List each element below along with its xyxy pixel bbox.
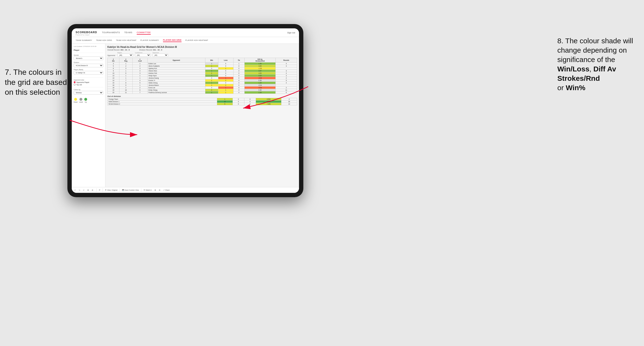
- app-navbar: SCOREBOARD Powered by clippd TOURNAMENTS…: [72, 28, 299, 37]
- toolbar-divider-2: [102, 188, 103, 192]
- opponent-label: Opponent: [153, 52, 168, 53]
- nav-tournaments[interactable]: TOURNAMENTS: [102, 31, 120, 35]
- sub-nav-player-h2h-heatmap[interactable]: PLAYER H2H HEATMAP: [186, 39, 208, 42]
- division-select[interactable]: NCAA Division III: [74, 64, 103, 67]
- share-icon: ↗: [163, 189, 165, 191]
- undo-button[interactable]: ↩: [74, 189, 76, 191]
- sub-navbar: TEAM SUMMARY TEAM H2H GRID TEAM H2H HEAT…: [72, 37, 299, 44]
- panel-timestamp: Last Updated: 27/03/2024 16:55:38: [74, 46, 103, 47]
- col-diff: Diff AvStrokes/Rnd: [244, 58, 276, 62]
- table-body: 3 1 1 Esther Lee 1 0 1 1.50 4 5 2 2 Alex…: [108, 62, 297, 94]
- table-row: 19 10 6 Emily Chang 4 1 0 0.30 11: [108, 89, 297, 91]
- table-row: 20 11 7 Federica Domecq Lacroze 2 1 0 1.…: [108, 91, 297, 94]
- conference-filter: Conference (All): [135, 52, 151, 57]
- legend-down-dot: [74, 98, 77, 101]
- nav-items: TOURNAMENTS TEAMS COMMITTEE: [102, 31, 287, 35]
- tablet-shell: SCOREBOARD Powered by clippd TOURNAMENTS…: [68, 24, 303, 197]
- table-row: 15 8 5 Stella Cheng 1 0 0 1.25 4: [108, 82, 297, 84]
- table-row: 6 3 3 Sydney Kuo 0 1 0 -1.00: [108, 67, 297, 70]
- opponent-filter: Opponent (All): [153, 52, 168, 57]
- opponent-select[interactable]: (All): [153, 54, 168, 57]
- gender-label: Gender: [74, 54, 103, 56]
- table-row: 9 1 4 Sharon Mun 1 0 0 3.67 3: [108, 70, 297, 72]
- panel-player-title: Player: [74, 49, 103, 51]
- left-panel: Last Updated: 27/03/2024 16:55:38 Player…: [72, 44, 106, 187]
- table-row: 13 1 1 Heejo Hyun 1 0 0 3.33 3: [108, 75, 297, 77]
- sub-nav-team-h2h-heatmap[interactable]: TEAM H2H HEATMAP: [116, 39, 136, 42]
- region-select[interactable]: (All): [118, 54, 133, 57]
- bottom-toolbar: ↩ ↪ ↩ ⊞ ⊕ · ⏱ 👁 View: Original 💾 Save Cu…: [72, 187, 299, 193]
- opponents-label: Opponents:: [107, 55, 116, 56]
- legend-up-dot: [84, 98, 87, 101]
- main-content: Last Updated: 27/03/2024 16:55:38 Player…: [72, 44, 299, 187]
- col-reg: #Reg: [119, 58, 132, 62]
- legend-row: Down Level Up: [74, 98, 103, 103]
- sub-nav-team-summary[interactable]: TEAM SUMMARY: [76, 39, 92, 42]
- col-rounds: Rounds: [276, 58, 297, 62]
- save-icon: 💾: [122, 189, 124, 191]
- col-div: #Div: [108, 58, 120, 62]
- table-row: 5 2 2 Alexis Sudjianto 1 0 0 4.00 3: [108, 65, 297, 67]
- layout-button[interactable]: ⊞: [154, 189, 157, 191]
- legend-down-label: Down: [74, 101, 78, 103]
- table-row: 3 1 1 Esther Lee 1 0 1 1.50 4: [108, 62, 297, 65]
- sub-nav-player-summary[interactable]: PLAYER SUMMARY: [140, 39, 159, 42]
- redo-button[interactable]: ↪: [78, 189, 81, 191]
- col-conf: #Conf: [132, 58, 147, 62]
- legend-up: Up: [84, 98, 87, 103]
- watch-button[interactable]: 👁 Watch ▾: [143, 189, 152, 191]
- toolbar-divider-3: [120, 188, 120, 192]
- table-row: 10 6 3 Andrea York 2 0 0 4.00 4: [108, 72, 297, 75]
- clock-button[interactable]: ⏱: [98, 189, 101, 191]
- table-row: 13 1 1 Jessica Huang 0 1 0 -3.00 2: [108, 77, 297, 79]
- annotation-left: 7. The colours in the grid are based on …: [5, 67, 67, 97]
- watch-icon: 👁: [144, 189, 145, 191]
- region-label: Region: [118, 52, 133, 53]
- toolbar-divider-4: [141, 188, 141, 192]
- grid-records: Overall Record: 353 - 34 - 6 Division Re…: [107, 49, 297, 51]
- table-row: 18 2 2 Euna Lee 0 1 0 -5.00 2: [108, 87, 297, 89]
- redo2-button[interactable]: ↩: [82, 189, 85, 191]
- radio-top100[interactable]: Top 100: [74, 84, 103, 86]
- share-button[interactable]: ↗ Share: [162, 189, 170, 191]
- nav-teams[interactable]: TEAMS: [124, 31, 132, 35]
- app-logo: SCOREBOARD Powered by clippd: [76, 30, 102, 36]
- sub-nav-team-h2h-grid[interactable]: TEAM H2H GRID: [96, 39, 112, 42]
- legend-down: Down: [74, 98, 78, 103]
- grid-button[interactable]: ⊟: [158, 189, 161, 191]
- save-custom-view-button[interactable]: 💾 Save Custom View: [121, 189, 140, 191]
- colour-by-label: Colour by: [74, 89, 103, 90]
- legend-level-dot: [80, 98, 82, 101]
- table-row: 14 7 4 Eunice Yi 2 2 0 0.38 9: [108, 79, 297, 82]
- gender-select[interactable]: Women's: [74, 56, 103, 60]
- col-win: Win: [205, 58, 218, 62]
- refresh-button[interactable]: ⊞: [87, 189, 90, 191]
- ood-table-row: NCAA Division 2 5 0 0 7.400 10: [108, 103, 297, 105]
- grid-title-area: Katelyn Vo Head-to-Head Grid for Women's…: [107, 46, 297, 51]
- ood-table-row: NAIA Division 1 15 0 0 9.267 30: [108, 101, 297, 103]
- more-button[interactable]: ⊕ ·: [91, 189, 95, 191]
- right-panel: Katelyn Vo Head-to-Head Grid for Women's…: [106, 44, 299, 187]
- out-of-division-table: Foreign Team 1 0 0 4.500 2 NAIA Division…: [107, 98, 297, 105]
- conference-select[interactable]: (All): [135, 54, 151, 57]
- region-filter: Region (All): [118, 52, 133, 57]
- legend-level-label: Level: [79, 101, 83, 103]
- toolbar-divider-1: [96, 188, 96, 192]
- sub-nav-player-h2h-grid[interactable]: PLAYER H2H GRID: [163, 38, 182, 42]
- colour-by-select[interactable]: Win/loss: [74, 91, 103, 95]
- nav-committee[interactable]: COMMITTEE: [137, 31, 151, 35]
- table-row: 16 9 1 Jessica Mason 1 2 0 -0.94: [108, 84, 297, 87]
- division-record: Division Record: 331 - 34 - 6: [140, 49, 162, 51]
- opponent-view-radio-group: Opponents Played Top 100: [74, 81, 103, 86]
- view-original-button[interactable]: 👁 View: Original: [104, 189, 118, 191]
- legend-level: Level: [79, 98, 83, 103]
- legend-up-label: Up: [85, 101, 87, 103]
- player-rank-select[interactable]: 8. Katelyn Vo: [74, 71, 103, 75]
- radio-opponents-played[interactable]: Opponents Played: [74, 81, 103, 83]
- col-tie: Tie: [233, 58, 244, 62]
- annotation-right: 8. The colour shade will change dependin…: [557, 36, 634, 92]
- nav-sign-out[interactable]: Sign out: [287, 31, 295, 34]
- opponent-view-label: Opponent view: [74, 79, 103, 81]
- col-loss: Loss: [218, 58, 233, 62]
- conference-label: Conference: [135, 52, 151, 53]
